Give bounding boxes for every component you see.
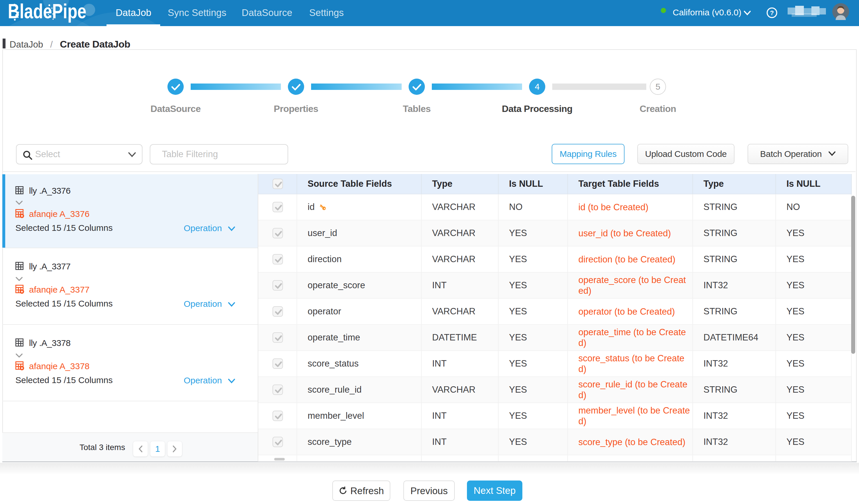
svg-text:?: ?: [770, 9, 774, 17]
